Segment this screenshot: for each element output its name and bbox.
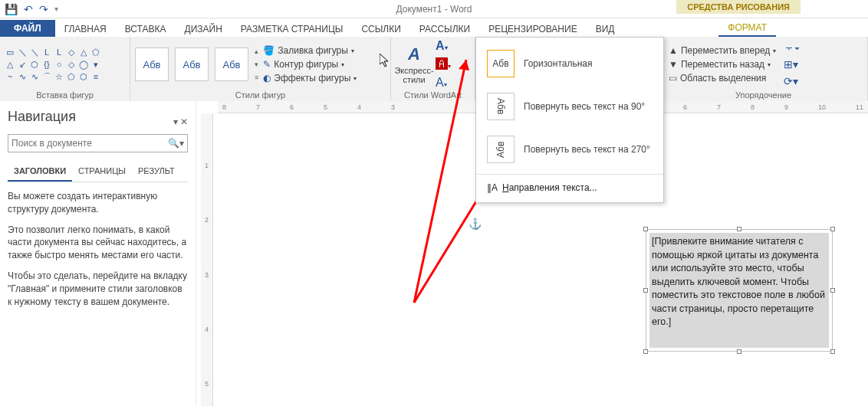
anchor-icon: ⚓ [469,218,482,230]
nav-options-icon[interactable]: ▾ [173,116,178,127]
navigation-pane: Навигация ▾ ✕ 🔍▾ ЗАГОЛОВКИ СТРАНИЦЫ РЕЗУ… [0,101,196,406]
bring-forward-icon: ▲ [669,45,678,56]
group-label: Упорядочение [664,90,863,101]
more-text: Н [502,182,509,193]
thumb-90-icon: Абв [487,93,515,120]
qat-customize-icon[interactable]: ▾ [54,5,58,13]
text-direction-opt-horizontal[interactable]: Абв Горизонтальная [476,42,663,85]
text-effects-icon[interactable]: A▾ [436,76,451,90]
tab-home[interactable]: ГЛАВНАЯ [55,21,116,37]
nav-tab-headings[interactable]: ЗАГОЛОВКИ [8,162,72,182]
send-backward-button[interactable]: ▼Переместить назад▾ [669,59,776,70]
quick-styles-button[interactable]: A Экспресс- стили [396,44,432,84]
group-label: Стили WordArt [396,90,470,101]
ribbon: ▭＼＼LL◇△⬠ △↙⬡{}○◇◯▾ ~∿∿⌒☆⬠⬡≡ Вставка фигу… [0,37,868,101]
tab-format[interactable]: ФОРМАТ [718,19,776,37]
workspace: Навигация ▾ ✕ 🔍▾ ЗАГОЛОВКИ СТРАНИЦЫ РЕЗУ… [0,101,868,406]
text-direction-more-link[interactable]: ‖A Направления текста... [476,178,663,198]
text-box[interactable]: [Привлеките внимание читателя с помощью … [646,229,833,352]
nav-tab-results[interactable]: РЕЗУЛЬТ [132,162,181,182]
effects-icon: ◐ [263,73,271,83]
save-icon[interactable]: 💾 [5,3,18,15]
nav-close-icon[interactable]: ✕ [180,116,188,127]
shape-style-preset[interactable]: Абв [215,47,248,81]
nav-tab-pages[interactable]: СТРАНИЦЫ [72,162,132,182]
nav-help-text: Вы можете создать интерактивную структур… [8,190,188,308]
send-backward-icon: ▼ [669,59,678,70]
vertical-ruler[interactable]: 12345 [201,113,213,406]
tab-design[interactable]: ДИЗАЙН [176,21,232,37]
group-insert-shapes: ▭＼＼LL◇△⬠ △↙⬡{}○◇◯▾ ~∿∿⌒☆⬠⬡≡ Вставка фигу… [0,37,130,101]
shape-style-preset[interactable]: Абв [175,47,209,81]
shape-style-preset[interactable]: Абв [135,47,169,81]
search-box[interactable]: 🔍▾ [8,134,188,152]
tab-insert[interactable]: ВСТАВКА [116,21,176,37]
text-box-content[interactable]: [Привлеките внимание читателя с помощью … [649,233,829,348]
nav-tabs: ЗАГОЛОВКИ СТРАНИЦЫ РЕЗУЛЬТ [8,162,188,182]
group-label: Вставка фигур [5,90,125,101]
search-icon[interactable]: 🔍▾ [168,138,184,149]
tab-review[interactable]: РЕЦЕНЗИРОВАНИЕ [479,21,586,37]
pen-icon: ✎ [263,59,271,70]
thumb-270-icon: Абв [487,136,515,163]
group-arrange: ▲Переместить вперед▾ ▼Переместить назад▾… [659,37,868,101]
rotate-icon[interactable]: ⟳▾ [784,75,800,87]
tab-page-layout[interactable]: РАЗМЕТКА СТРАНИЦЫ [232,21,353,37]
selection-pane-button[interactable]: ▭Область выделения [669,73,776,83]
undo-icon[interactable]: ↶ [24,3,33,15]
search-input[interactable] [12,138,168,149]
group-label: Стили фигур [135,90,386,101]
selection-pane-icon: ▭ [669,73,677,83]
wordart-icon: A [408,44,420,64]
group-shape-styles: Абв Абв Абв ▴▾≡ 🪣Заливка фигуры▾ ✎Контур… [130,37,391,101]
tab-file[interactable]: ФАЙЛ [0,20,55,37]
tab-view[interactable]: ВИД [587,21,624,37]
group-wordart-styles: A Экспресс- стили A▾ 🅰▾ A▾ Стили WordArt [391,37,475,101]
align-icon[interactable]: ⫟▾ [784,41,800,54]
shape-outline-button[interactable]: ✎Контур фигуры▾ [263,59,357,70]
text-fill-icon[interactable]: A▾ [436,39,451,53]
ribbon-tabs: ФАЙЛ ГЛАВНАЯ ВСТАВКА ДИЗАЙН РАЗМЕТКА СТР… [0,18,868,37]
tab-mailings[interactable]: РАССЫЛКИ [410,21,479,37]
bring-forward-button[interactable]: ▲Переместить вперед▾ [669,45,776,56]
text-direction-opt-270[interactable]: Абв Повернуть весь текст на 270° [476,128,663,171]
shape-effects-button[interactable]: ◐Эффекты фигуры▾ [263,73,357,83]
bucket-icon: 🪣 [263,45,275,56]
text-outline-icon[interactable]: 🅰▾ [436,57,451,71]
text-direction-opt-90[interactable]: Абв Повернуть весь текст на 90° [476,85,663,128]
navigation-title: Навигация [8,109,76,125]
text-direction-menu: Абв Горизонтальная Абв Повернуть весь те… [475,37,664,203]
group-icon[interactable]: ⊞▾ [784,58,800,70]
redo-icon[interactable]: ↷ [39,3,48,15]
quick-access-toolbar: 💾 ↶ ↷ ▾ [0,3,58,15]
document-title: Документ1 - Word [396,4,472,15]
shape-fill-button[interactable]: 🪣Заливка фигуры▾ [263,45,357,56]
contextual-tab-header: СРЕДСТВА РИСОВАНИЯ [676,0,801,14]
shape-gallery[interactable]: ▭＼＼LL◇△⬠ △↙⬡{}○◇◯▾ ~∿∿⌒☆⬠⬡≡ [5,47,101,82]
thumb-horizontal-icon: Абв [487,50,515,77]
tab-references[interactable]: ССЫЛКИ [352,21,409,37]
title-bar: 💾 ↶ ↷ ▾ Документ1 - Word СРЕДСТВА РИСОВА… [0,0,868,18]
